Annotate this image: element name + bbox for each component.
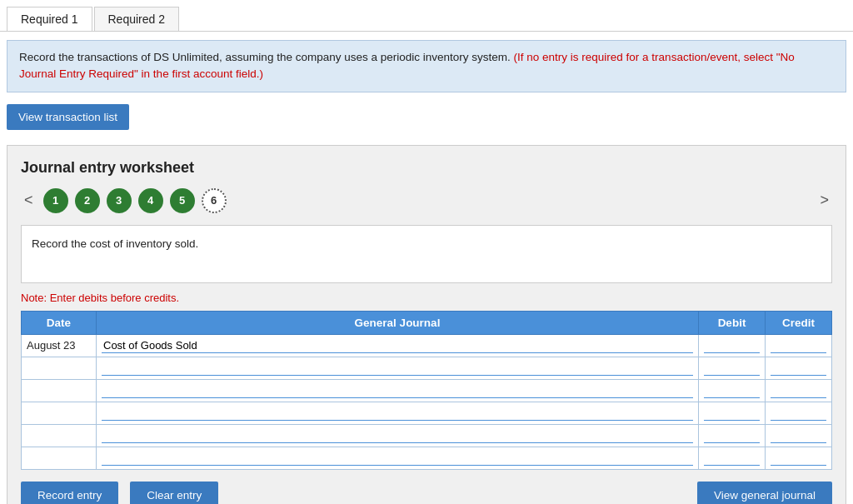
journal-cell-6[interactable] xyxy=(97,447,699,469)
table-row: August 23 xyxy=(22,334,832,357)
worksheet-title: Journal entry worksheet xyxy=(21,159,832,177)
tab-required2[interactable]: Required 2 xyxy=(94,7,180,31)
debit-cell-2[interactable] xyxy=(699,357,766,379)
table-row xyxy=(22,357,832,379)
journal-input-1[interactable] xyxy=(102,338,693,353)
next-arrow[interactable]: > xyxy=(816,192,832,209)
date-cell-4 xyxy=(22,402,97,424)
step-1[interactable]: 1 xyxy=(43,188,68,213)
credit-cell-5[interactable] xyxy=(766,424,832,447)
debit-cell-5[interactable] xyxy=(699,424,766,447)
debit-cell-1[interactable] xyxy=(699,334,766,357)
table-row xyxy=(22,424,832,447)
step-4[interactable]: 4 xyxy=(138,188,163,213)
view-general-journal-button[interactable]: View general journal xyxy=(697,482,832,505)
credit-input-5[interactable] xyxy=(771,428,826,443)
instruction-box: Record the transactions of DS Unlimited,… xyxy=(7,40,846,92)
credit-cell-2[interactable] xyxy=(766,357,832,379)
journal-input-2[interactable] xyxy=(102,361,693,376)
debit-input-1[interactable] xyxy=(704,338,760,353)
credit-input-2[interactable] xyxy=(771,361,826,376)
instruction-main: Record the transactions of DS Unlimited,… xyxy=(19,51,511,63)
debit-cell-6[interactable] xyxy=(699,447,766,469)
credit-cell-4[interactable] xyxy=(766,402,832,424)
date-cell-1: August 23 xyxy=(22,334,97,357)
view-transaction-button[interactable]: View transaction list xyxy=(7,104,129,130)
debit-cell-3[interactable] xyxy=(699,379,766,402)
step-5[interactable]: 5 xyxy=(170,188,195,213)
journal-cell-1[interactable] xyxy=(97,334,699,357)
date-cell-2 xyxy=(22,357,97,379)
credit-input-4[interactable] xyxy=(771,406,826,421)
journal-cell-3[interactable] xyxy=(97,379,699,402)
col-header-date: Date xyxy=(22,311,97,334)
table-row xyxy=(22,447,832,469)
debit-input-5[interactable] xyxy=(704,428,760,443)
credit-cell-3[interactable] xyxy=(766,379,832,402)
date-cell-3 xyxy=(22,379,97,402)
tab-required1[interactable]: Required 1 xyxy=(7,7,92,31)
table-row xyxy=(22,402,832,424)
col-header-journal: General Journal xyxy=(97,311,699,334)
step-6[interactable]: 6 xyxy=(202,188,227,213)
journal-cell-5[interactable] xyxy=(97,424,699,447)
step-3[interactable]: 3 xyxy=(107,188,132,213)
debit-cell-4[interactable] xyxy=(699,402,766,424)
credit-input-3[interactable] xyxy=(771,383,826,398)
col-header-debit: Debit xyxy=(699,311,766,334)
nav-row: < 1 2 3 4 5 6 > xyxy=(21,188,832,213)
col-header-credit: Credit xyxy=(766,311,832,334)
journal-cell-2[interactable] xyxy=(97,357,699,379)
clear-entry-button[interactable]: Clear entry xyxy=(130,482,218,505)
journal-input-3[interactable] xyxy=(102,383,693,398)
tabs-bar: Required 1 Required 2 xyxy=(0,0,853,32)
credit-cell-6[interactable] xyxy=(766,447,832,469)
date-cell-6 xyxy=(22,447,97,469)
debit-input-2[interactable] xyxy=(704,361,760,376)
credit-input-1[interactable] xyxy=(771,338,826,353)
date-cell-5 xyxy=(22,424,97,447)
record-entry-button[interactable]: Record entry xyxy=(21,482,118,505)
debit-input-6[interactable] xyxy=(704,451,760,466)
worksheet-container: Journal entry worksheet < 1 2 3 4 5 6 > … xyxy=(7,145,846,505)
description-box: Record the cost of inventory sold. xyxy=(21,225,832,283)
journal-cell-4[interactable] xyxy=(97,402,699,424)
credit-input-6[interactable] xyxy=(771,451,826,466)
journal-table: Date General Journal Debit Credit August… xyxy=(21,311,832,470)
table-row xyxy=(22,379,832,402)
journal-input-6[interactable] xyxy=(102,451,693,466)
prev-arrow[interactable]: < xyxy=(21,192,37,209)
journal-input-5[interactable] xyxy=(102,428,693,443)
journal-input-4[interactable] xyxy=(102,406,693,421)
debit-input-4[interactable] xyxy=(704,406,760,421)
step-2[interactable]: 2 xyxy=(75,188,100,213)
credit-cell-1[interactable] xyxy=(766,334,832,357)
description-text: Record the cost of inventory sold. xyxy=(32,237,198,250)
note-text: Note: Enter debits before credits. xyxy=(21,292,832,304)
debit-input-3[interactable] xyxy=(704,383,760,398)
button-row: Record entry Clear entry View general jo… xyxy=(21,482,832,505)
